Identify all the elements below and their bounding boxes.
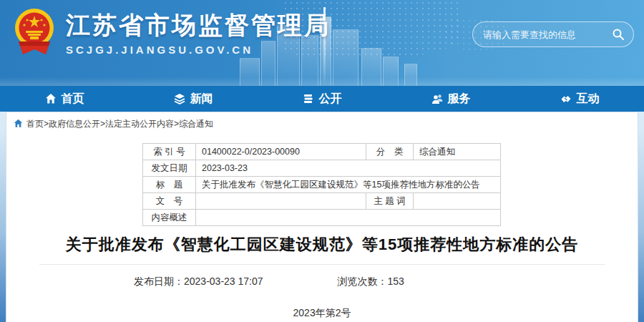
title-divider <box>39 264 605 265</box>
interaction-icon <box>560 93 572 104</box>
table-row: 标 题 关于批准发布《智慧化工园区建设规范》等15项推荐性地方标准的公告 <box>143 177 501 193</box>
publish-date: 发布日期：2023-03-23 17:07 <box>134 275 263 288</box>
table-row: 文 号 主 题 词 <box>143 193 501 210</box>
doc-title-label: 标 题 <box>143 177 196 193</box>
breadcrumb-home-icon <box>14 119 23 130</box>
table-row: 发文日期 2023-03-23 <box>143 160 501 177</box>
article-title: 关于批准发布《智慧化工园区建设规范》等15项推荐性地方标准的公告 <box>21 233 623 256</box>
nav-item-label: 互动 <box>577 92 600 107</box>
doc-title-value: 关于批准发布《智慧化工园区建设规范》等15项推荐性地方标准的公告 <box>196 177 501 193</box>
index-value: 01400022-0/2023-00090 <box>196 144 366 160</box>
table-row: 索 引 号 01400022-0/2023-00090 分 类 综合通知 <box>143 144 501 160</box>
nav-item-label: 新闻 <box>190 92 213 107</box>
search-input[interactable] <box>482 29 612 41</box>
nav-item-interaction[interactable]: 互动 <box>560 92 600 107</box>
nav-item-open-gov[interactable]: 公开 <box>303 92 342 107</box>
content-panel: 首页>政府信息公开>法定主动公开内容>综合通知 索 引 号 01400022-0… <box>6 112 638 322</box>
subject-label: 主 题 词 <box>366 193 414 210</box>
nav-item-label: 首页 <box>62 92 84 107</box>
summary-value <box>196 210 501 226</box>
brand-text: 江苏省市场监督管理局 SCJGJ.JIANGSU.GOV.CN <box>66 11 331 56</box>
services-icon <box>431 93 443 104</box>
index-label: 索 引 号 <box>143 144 196 160</box>
subject-value <box>414 193 501 210</box>
open-gov-icon <box>303 93 314 104</box>
publish-date-value: 2023-03-23 17:07 <box>184 275 263 287</box>
page: 江苏省市场监督管理局 SCJGJ.JIANGSU.GOV.CN 首页 <box>0 0 644 322</box>
article-meta: 发布日期：2023-03-23 17:07 浏览次数：153 <box>134 275 638 288</box>
doc-number-label: 文 号 <box>143 193 196 210</box>
doc-number-value <box>196 193 366 210</box>
nav-item-news[interactable]: 新闻 <box>174 92 213 107</box>
home-icon <box>45 93 57 104</box>
nav-item-label: 服务 <box>448 92 471 107</box>
nav-item-home[interactable]: 首页 <box>45 92 84 107</box>
issue-date-value: 2023-03-23 <box>196 160 501 177</box>
site-title: 江苏省市场监督管理局 <box>66 11 331 39</box>
issue-date-label: 发文日期 <box>143 160 196 177</box>
category-value: 综合通知 <box>414 144 501 160</box>
site-header: 江苏省市场监督管理局 SCJGJ.JIANGSU.GOV.CN <box>0 0 644 86</box>
nav-item-label: 公开 <box>319 92 342 107</box>
national-emblem-logo <box>11 7 57 59</box>
category-label: 分 类 <box>366 144 414 160</box>
breadcrumb[interactable]: 首页>政府信息公开>法定主动公开内容>综合通知 <box>6 112 638 132</box>
view-count-value: 153 <box>388 275 404 287</box>
site-domain: SCJGJ.JIANGSU.GOV.CN <box>66 44 331 56</box>
site-brand[interactable]: 江苏省市场监督管理局 SCJGJ.JIANGSU.GOV.CN <box>11 7 331 59</box>
view-count-label: 浏览次数： <box>338 275 388 287</box>
search-icon[interactable] <box>612 28 625 41</box>
announcement-number: 2023年第2号 <box>6 307 638 320</box>
main-navbar: 首页 新闻 公开 <box>0 86 644 112</box>
news-icon <box>174 93 185 104</box>
nav-item-services[interactable]: 服务 <box>431 92 471 107</box>
info-table: 索 引 号 01400022-0/2023-00090 分 类 综合通知 发文日… <box>142 143 501 226</box>
view-count: 浏览次数：153 <box>338 275 404 288</box>
search-box[interactable] <box>472 21 634 47</box>
table-row: 内容概述 <box>143 210 501 226</box>
publish-date-label: 发布日期： <box>134 275 184 287</box>
summary-label: 内容概述 <box>143 210 196 226</box>
breadcrumb-text: 首页>政府信息公开>法定主动公开内容>综合通知 <box>26 118 213 130</box>
